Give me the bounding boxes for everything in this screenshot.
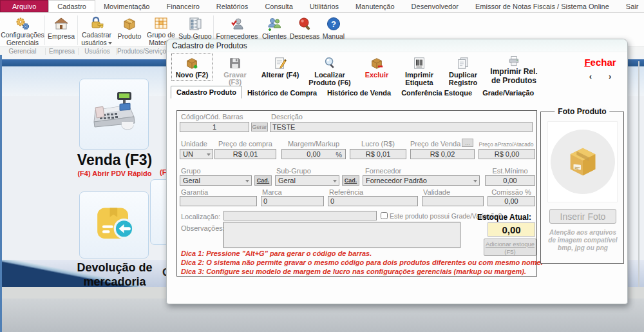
preco-prazo-label: Preço aPrazo/Atacado: [477, 141, 535, 148]
grade-variacao-checkbox[interactable]: [381, 212, 388, 219]
localizar-produto-button[interactable]: Localizar Produto (F6): [305, 54, 355, 88]
observacoes-textarea[interactable]: [223, 222, 460, 248]
imprimir-etiqueta-button[interactable]: Imprimir Etiqueta: [399, 54, 440, 88]
ribbon-config-gerenciais-button[interactable]: Configurações Gerenciais: [1, 14, 44, 45]
menu-arquivo[interactable]: Arquivo: [0, 0, 48, 12]
tip-1: Dica 1: Pressione "Alt+G" para gerar o c…: [181, 249, 372, 257]
duplicate-documents-icon: [456, 55, 470, 71]
subgrupo-cad-button[interactable]: Cad.: [342, 175, 359, 186]
barcode-icon: [412, 55, 426, 71]
ribbon-button-label: Grupo de: [147, 32, 175, 39]
tab-grade-variacao[interactable]: Grade/Variação: [477, 87, 539, 99]
descricao-input[interactable]: [270, 122, 533, 132]
app-window: Arquivo Cadastro Movimentação Financeiro…: [0, 0, 644, 332]
tab-cadastro-produto[interactable]: Cadastro Produto: [171, 86, 242, 99]
preco-venda-more-button[interactable]: ...: [462, 139, 473, 147]
imprimir-relatorio-button[interactable]: Imprimir Rel. de Produtos: [486, 54, 542, 86]
previous-record-button[interactable]: ‹: [589, 72, 592, 81]
tab-conferencia-estoque[interactable]: Conferência Estoque: [396, 87, 477, 99]
ribbon-produto-button[interactable]: Produto: [115, 14, 144, 45]
menu-financeiro[interactable]: Financeiro: [158, 0, 207, 12]
codigo-input[interactable]: [180, 122, 249, 132]
fechar-button[interactable]: Fechar: [584, 57, 616, 68]
preco-prazo-input[interactable]: [478, 149, 535, 159]
ribbon-cadastrar-usuarios-button[interactable]: Cadastrar usuários: [79, 14, 115, 45]
fornecedor-select[interactable]: Fornecedor Padrão: [363, 175, 480, 186]
localizar-label: Localizar: [314, 72, 345, 79]
estminimo-input[interactable]: [485, 175, 535, 186]
excluir-button[interactable]: Excluir: [357, 54, 396, 80]
dialog-toolbar: Novo (F2) Gravar (F3) Alterar (F4) Local…: [167, 52, 627, 86]
menu-relatorios[interactable]: Relatórios: [208, 0, 257, 12]
cash-register-icon: [86, 88, 142, 140]
red-magnifier-icon: [296, 15, 313, 32]
ribbon-separator: [77, 15, 78, 45]
gravar-button[interactable]: Gravar (F3): [214, 54, 256, 87]
tab-historico-compra[interactable]: Histórico de Compra: [242, 87, 322, 99]
venda-tile-title[interactable]: Venda (F3): [50, 151, 179, 169]
ribbon-group-separator: [116, 48, 117, 55]
foto-produto-groupbox: Foto Produto Inserir Fot: [540, 112, 624, 264]
devolucao-tile-title-line2-clip: mercadoria: [57, 275, 173, 287]
inserir-foto-button[interactable]: Inserir Foto: [549, 209, 616, 224]
marca-input[interactable]: [261, 196, 324, 206]
ribbon-group-separator: [78, 48, 79, 55]
menu-consulta[interactable]: Consulta: [256, 0, 301, 12]
validade-label: Validade: [423, 188, 450, 196]
comissao-input[interactable]: [488, 196, 535, 206]
gears-icon: [14, 15, 31, 31]
menu-bar: Arquivo Cadastro Movimentação Financeiro…: [0, 0, 644, 13]
subgrupo-label: Sub-Grupo: [276, 167, 311, 175]
house-icon: [53, 15, 70, 32]
marca-label: Marca: [262, 188, 282, 196]
ribbon-group-produtos-servicos: Produtos/Serviços: [117, 48, 166, 55]
ribbon-button-label: Empresa: [48, 33, 75, 40]
fornecedor-label: Fornecedor: [365, 167, 401, 175]
menu-cadastro[interactable]: Cadastro: [48, 0, 95, 12]
subgrupo-select[interactable]: Geral: [275, 175, 339, 186]
menu-desenvolvedor[interactable]: Desenvolvedor: [403, 0, 467, 12]
ribbon-empresa-button[interactable]: Empresa: [46, 14, 77, 45]
unidade-select[interactable]: UN: [180, 149, 213, 159]
duplicar-label: Duplicar: [449, 72, 477, 79]
novo-button[interactable]: Novo (F2): [172, 54, 212, 80]
localizacao-input[interactable]: [223, 211, 377, 220]
edit-note-pencil-icon: [273, 55, 287, 71]
tip-3: Dica 3: Configure seu modelo de margem d…: [181, 268, 526, 275]
referencia-input[interactable]: [328, 196, 418, 206]
garantia-input[interactable]: [180, 196, 257, 206]
record-navigation: ‹ ›: [589, 72, 612, 81]
gravar-label: Gravar (F3): [216, 72, 254, 86]
devolucao-tile[interactable]: [79, 191, 149, 259]
menu-movimentacao[interactable]: Movimentação: [95, 0, 158, 12]
imprimir-rel-label: de Produtos: [491, 77, 536, 85]
adicionar-estoque-button[interactable]: Adicionar estoque (F5): [484, 239, 536, 256]
margem-input[interactable]: 0,00%: [281, 149, 346, 159]
alterar-button[interactable]: Alterar (F4): [258, 54, 302, 80]
duplicar-registro-button[interactable]: Duplicar Registro: [442, 54, 484, 88]
menu-utilitarios[interactable]: Utilitários: [301, 0, 347, 12]
devolucao-tile-title-line1[interactable]: Devolução de: [57, 261, 173, 275]
menu-manutencao[interactable]: Manutenção: [347, 0, 403, 12]
gerar-button[interactable]: Gerar: [251, 122, 268, 132]
menu-sair[interactable]: Sair: [618, 0, 644, 12]
grupo-select[interactable]: Geral: [180, 175, 252, 186]
menu-emissor-nf[interactable]: Emissor de Notas Fiscais / Sistema Onlin…: [467, 0, 618, 12]
hidden-shortcut-text-fragment: (F: [160, 168, 166, 176]
dialog-titlebar[interactable]: Cadastro de Produtos: [167, 39, 627, 52]
ribbon-group-empresa: Empresa: [46, 48, 77, 55]
lock-key-icon: [88, 15, 105, 31]
localizacao-label: Localização:: [181, 213, 220, 220]
garantia-label: Garantia: [181, 188, 208, 196]
preco-compra-input[interactable]: [214, 149, 276, 159]
next-record-button[interactable]: ›: [609, 72, 611, 81]
validade-input[interactable]: [422, 196, 484, 206]
tab-historico-venda[interactable]: Histórico de Venda: [322, 87, 396, 99]
estoque-atual-value: 0,00: [488, 222, 535, 237]
preco-venda-input[interactable]: [410, 149, 475, 159]
floppy-disk-icon: [228, 55, 242, 71]
lucro-input[interactable]: [350, 149, 406, 159]
grupo-cad-button[interactable]: Cad.: [254, 175, 272, 186]
venda-tile[interactable]: [79, 79, 149, 150]
printer-icon: [507, 55, 520, 67]
